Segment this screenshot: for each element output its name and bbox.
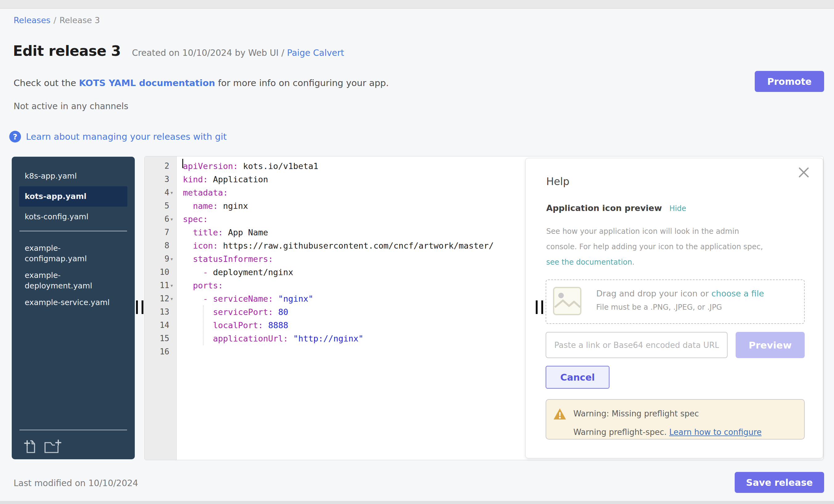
dropzone-file-types: File must be a .PNG, .JPEG, or .JPG [596, 303, 722, 311]
fold-arrow-icon[interactable]: ▾ [170, 279, 173, 292]
line-number: 3 [145, 173, 169, 186]
line-number: 4 [145, 186, 169, 199]
kots-yaml-docs-link[interactable]: KOTS YAML documentation [79, 78, 215, 88]
sidebar-bottom-divider [19, 430, 127, 430]
code-line[interactable]: kind: Application [183, 173, 268, 186]
code-line[interactable]: statusInformers: [183, 252, 273, 266]
line-number: 6 [145, 213, 169, 226]
code-line[interactable]: metadata: [183, 186, 228, 199]
fold-arrow-icon[interactable]: ▾ [170, 252, 173, 266]
code-line[interactable]: --- [183, 156, 198, 159]
icon-dropzone[interactable]: Drag and drop your icon or choose a file… [546, 280, 805, 324]
last-modified-label: Last modified on 10/10/2024 [14, 478, 138, 488]
help-description: See how your application icon will look … [546, 224, 763, 270]
docs-after: for more info on configuring your app. [215, 78, 389, 88]
window-bottom-band [0, 501, 834, 504]
help-panel: Help Application icon preview Hide See h… [525, 158, 823, 458]
line-number: 7 [145, 226, 169, 239]
fold-arrow-icon[interactable]: ▾ [170, 213, 173, 226]
editor-gutter: 1234▾56▾789▾1011▾12▾13141516 [145, 156, 177, 460]
page-title: Edit release 3 [13, 43, 121, 59]
code-line[interactable]: title: App Name [183, 226, 268, 239]
sidebar-file-example-deployment-yaml[interactable]: example-deployment.yaml [19, 267, 127, 294]
save-release-button[interactable]: Save release [735, 472, 824, 493]
git-help-row: ? Learn about managing your releases wit… [9, 131, 227, 143]
code-line[interactable]: localPort: 8888 [183, 319, 288, 332]
line-number: 13 [145, 305, 169, 319]
file-sidebar: k8s-app.yamlkots-app.yamlkots-config.yam… [12, 157, 135, 459]
code-line[interactable]: ports: [183, 279, 223, 292]
window-top-band [0, 0, 834, 9]
code-line[interactable]: apiVersion: kots.io/v1beta1 [183, 159, 318, 173]
doc-link-suffix: . [632, 258, 634, 266]
choose-file-link[interactable]: choose a file [711, 289, 764, 298]
code-line[interactable]: servicePort: 80 [183, 305, 288, 319]
breadcrumb-current: Release 3 [60, 16, 100, 25]
fold-arrow-icon[interactable]: ▾ [170, 292, 173, 305]
question-mark-icon: ? [9, 131, 21, 143]
author-link[interactable]: Paige Calvert [287, 48, 344, 58]
release-editor-page: Releases/Release 3 Edit release 3 Create… [0, 0, 834, 504]
close-icon[interactable] [797, 166, 810, 179]
line-number: 1 [145, 156, 169, 159]
file-label: example-configmap.yaml [25, 243, 111, 264]
dropzone-text-before: Drag and drop your icon or [596, 289, 711, 298]
line-number: 2 [145, 159, 169, 173]
file-label: example-service.yaml [25, 297, 110, 308]
sidebar-divider [19, 231, 127, 231]
line-number: 16 [145, 345, 169, 358]
line-number: 11 [145, 279, 169, 292]
preflight-warning: Warning: Missing preflight spec Warning … [546, 399, 805, 440]
fold-arrow-icon[interactable]: ▾ [170, 186, 173, 199]
warning-triangle-icon [553, 408, 567, 420]
created-prefix: Created on 10/10/2024 by Web UI / [132, 48, 284, 58]
code-line[interactable]: icon: https://raw.githubusercontent.com/… [183, 239, 494, 252]
sidebar-file-kots-app-yaml[interactable]: kots-app.yaml [19, 186, 127, 207]
file-label: k8s-app.yaml [25, 171, 77, 181]
code-line[interactable]: - serviceName: "nginx" [183, 292, 313, 305]
code-line[interactable]: - deployment/nginx [183, 266, 293, 279]
title-row: Edit release 3 Created on 10/10/2024 by … [13, 43, 344, 59]
code-line[interactable]: name: nginx [183, 199, 248, 213]
cancel-button[interactable]: Cancel [546, 366, 610, 389]
line-number: 15 [145, 332, 169, 345]
file-label: example-deployment.yaml [25, 270, 111, 291]
sidebar-resize-handle[interactable] [136, 301, 144, 314]
sidebar-file-kots-config-yaml[interactable]: kots-config.yaml [19, 209, 127, 225]
text-cursor [182, 159, 183, 168]
line-number: 10 [145, 266, 169, 279]
add-file-icon[interactable] [24, 440, 38, 454]
sidebar-file-example-service-yaml[interactable]: example-service.yaml [19, 294, 127, 311]
git-releases-link[interactable]: Learn about managing your releases with … [26, 131, 227, 142]
breadcrumb: Releases/Release 3 [14, 16, 100, 25]
channel-status: Not active in any channels [14, 101, 128, 111]
section-title: Application icon preview [546, 203, 662, 213]
sidebar-bottom [12, 430, 135, 459]
hide-link[interactable]: Hide [669, 204, 686, 213]
code-line[interactable]: applicationUrl: "http://nginx" [183, 332, 363, 345]
code-line[interactable]: spec: [183, 213, 208, 226]
line-number: 5 [145, 199, 169, 213]
line-number: 9 [145, 252, 169, 266]
add-folder-icon[interactable] [44, 440, 62, 454]
file-label: kots-config.yaml [25, 212, 89, 222]
preview-button[interactable]: Preview [736, 332, 805, 358]
promote-button[interactable]: Promote [755, 71, 824, 92]
sidebar-file-k8s-app-yaml[interactable]: k8s-app.yaml [19, 168, 127, 184]
file-group-bottom: example-configmap.yamlexample-deployment… [12, 240, 135, 311]
file-label: kots-app.yaml [25, 191, 86, 202]
warning-title: Warning: Missing preflight spec [573, 409, 699, 418]
line-number: 12 [145, 292, 169, 305]
configure-preflight-link[interactable]: Learn how to configure [669, 428, 762, 437]
help-title: Help [546, 176, 569, 188]
icon-url-input[interactable] [546, 332, 728, 358]
sidebar-file-example-configmap-yaml[interactable]: example-configmap.yaml [19, 240, 127, 267]
file-group-top: k8s-app.yamlkots-app.yamlkots-config.yam… [12, 168, 135, 225]
panel-resize-handle[interactable] [536, 301, 544, 314]
description-line: See how your application icon will look … [546, 224, 763, 239]
warning-detail-text: Warning preflight-spec. [573, 428, 669, 437]
breadcrumb-releases-link[interactable]: Releases [14, 16, 50, 25]
image-placeholder-icon [553, 287, 581, 315]
created-info: Created on 10/10/2024 by Web UI / Paige … [132, 48, 344, 58]
see-documentation-link[interactable]: see the documentation [546, 258, 632, 266]
